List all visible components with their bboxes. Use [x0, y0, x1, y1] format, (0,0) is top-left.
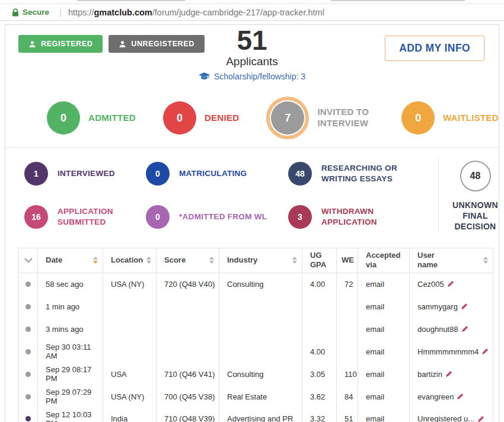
cell-accepted-via: email: [358, 295, 410, 318]
url-text[interactable]: https://gmatclub.com/forum/judge-cambrid…: [68, 8, 324, 17]
cell-industry: Consulting: [219, 363, 302, 385]
status-invited-to-interview[interactable]: 7 INVITED TO INTERVIEW: [266, 97, 374, 139]
edit-icon[interactable]: [481, 348, 489, 355]
cell-industry: Consulting: [219, 273, 302, 295]
status-dot: [25, 282, 31, 287]
cell-date: Sep 29 07:29 PM: [38, 385, 103, 408]
cell-location: USA (NY): [103, 273, 157, 295]
secure-indicator[interactable]: Secure |: [12, 7, 68, 17]
unregistered-label: UNREGISTERED: [131, 40, 194, 48]
cell-score: [157, 295, 219, 318]
cell-accepted-via: email: [358, 318, 410, 340]
column-header-industry[interactable]: Industry: [219, 248, 302, 273]
edit-icon[interactable]: [461, 325, 468, 333]
status-dot: [25, 304, 31, 309]
status-admitted[interactable]: 0 ADMITTED: [47, 101, 136, 135]
cell-we: [337, 340, 358, 363]
cell-accepted-via: email: [358, 385, 410, 408]
column-header-location[interactable]: Location: [103, 248, 157, 273]
user-name-link[interactable]: bartizin: [417, 370, 442, 379]
table-row: Sep 12 10:03 PM India 710 (Q48 V39) Adve…: [19, 408, 493, 422]
user-name-link[interactable]: sammygarg: [417, 302, 458, 311]
cell-ug-gpa: 3.05: [302, 363, 337, 385]
cell-score: [157, 340, 219, 363]
edit-icon[interactable]: [447, 280, 454, 287]
cell-we: 110: [337, 363, 358, 385]
admitted-label: ADMITTED: [88, 113, 136, 124]
cell-location: [103, 295, 157, 318]
cell-accepted-via: email: [358, 273, 410, 295]
edit-icon[interactable]: [477, 415, 484, 422]
edit-icon[interactable]: [445, 370, 452, 378]
column-header-accepted-via[interactable]: Accepted via: [358, 248, 410, 273]
secure-label: Secure: [23, 8, 49, 17]
user-name-link[interactable]: Unregistered u...: [417, 414, 474, 422]
status-researching[interactable]: 48 RESEARCHING OR WRITING ESSAYS: [288, 158, 433, 188]
cell-we: [337, 318, 358, 340]
scholarship-link[interactable]: Scholarship/fellowship: 3: [199, 72, 305, 81]
column-header-we[interactable]: WE: [337, 248, 358, 273]
edit-icon[interactable]: [457, 393, 464, 400]
cell-ug-gpa: [302, 295, 337, 318]
table-row: 1 min ago email sammygarg: [19, 295, 493, 318]
application-submitted-count-circle: 16: [24, 205, 48, 229]
interviewed-label: INTERVIEWED: [58, 168, 115, 179]
status-dot: [25, 416, 31, 421]
status-withdrawn[interactable]: 3 WITHDRAWN APPLICATION: [288, 202, 433, 232]
expand-all-header[interactable]: [19, 248, 38, 273]
matriculating-label: MATRICULATING: [179, 168, 247, 179]
add-my-info-button[interactable]: ADD MY INFO: [385, 36, 484, 61]
sort-icon: [483, 257, 488, 264]
status-matriculating[interactable]: 0 MATRICULATING: [146, 158, 288, 188]
status-waitlisted[interactable]: 0 WAITLISTED: [401, 101, 499, 135]
unknown-final-decision: 48 UNKNOWN FINAL DECISION: [452, 158, 499, 232]
vertical-divider: [438, 158, 439, 232]
user-name-link[interactable]: Hmmmmmmmm4: [417, 347, 479, 356]
registered-filter-button[interactable]: REGISTERED: [18, 35, 103, 53]
browser-tab-strip: [0, 0, 504, 4]
invited-label: INVITED TO INTERVIEW: [317, 107, 374, 129]
sort-icon: [292, 257, 297, 264]
status-denied[interactable]: 0 DENIED: [163, 101, 239, 135]
column-header-ug-gpa[interactable]: UG GPA: [302, 248, 337, 273]
cell-we: [337, 295, 358, 318]
status-dot: [25, 327, 31, 332]
waitlisted-count-circle: 0: [401, 101, 435, 135]
cell-ug-gpa: 3.62: [302, 385, 337, 408]
address-bar[interactable]: Secure | https://gmatclub.com/forum/judg…: [0, 4, 504, 21]
cell-location: USA (NY): [103, 385, 157, 408]
applicants-table: Date Location Score Industry: [18, 248, 493, 422]
user-name-link[interactable]: Cez005: [417, 280, 444, 289]
cell-we: 84: [337, 385, 358, 408]
edit-icon[interactable]: [461, 303, 468, 310]
withdrawn-count-circle: 3: [288, 205, 312, 229]
status-application-submitted[interactable]: 16 APPLICATION SUBMITTED: [24, 202, 146, 232]
cell-accepted-via: email: [358, 408, 410, 422]
column-header-user-name[interactable]: User name: [410, 248, 493, 273]
cell-industry: [219, 295, 302, 318]
applicants-summary: 51 Applicants Scholarship/fellowship: 3: [199, 26, 305, 81]
graduation-cap-icon: [199, 72, 210, 81]
tracker-header: REGISTERED UNREGISTERED 51 Applicants Sc…: [5, 25, 499, 96]
cell-date: Sep 29 08:17 PM: [38, 363, 103, 385]
cell-we: 51: [337, 408, 358, 422]
unknown-final-count-circle: 48: [460, 161, 491, 191]
status-dot: [25, 394, 31, 399]
invited-count-circle: 7: [271, 101, 304, 135]
unregistered-filter-button[interactable]: UNREGISTERED: [109, 35, 205, 53]
applicants-count: 51: [199, 26, 305, 55]
sort-icon: [146, 257, 151, 264]
cell-score: 710 (Q48 V39): [157, 408, 219, 422]
cell-accepted-via: email: [358, 363, 410, 385]
waitlisted-label: WAITLISTED: [443, 113, 499, 124]
table-row: Sep 30 03:11 AM 4.00 email Hmmmmmmmm4: [19, 340, 493, 363]
status-interviewed[interactable]: 1 INTERVIEWED: [24, 158, 146, 188]
user-name-link[interactable]: evangreen: [417, 392, 454, 401]
secondary-status-area: 1 INTERVIEWED 0 MATRICULATING 48 RESEARC…: [5, 148, 499, 238]
secondary-status-grid: 1 INTERVIEWED 0 MATRICULATING 48 RESEARC…: [24, 158, 433, 232]
column-header-score[interactable]: Score: [157, 248, 219, 273]
status-admitted-from-wl[interactable]: 0 *ADMITTED FROM WL: [146, 202, 288, 232]
person-icon: [28, 40, 36, 48]
column-header-date[interactable]: Date: [38, 248, 103, 273]
user-name-link[interactable]: doughnut88: [417, 325, 458, 334]
